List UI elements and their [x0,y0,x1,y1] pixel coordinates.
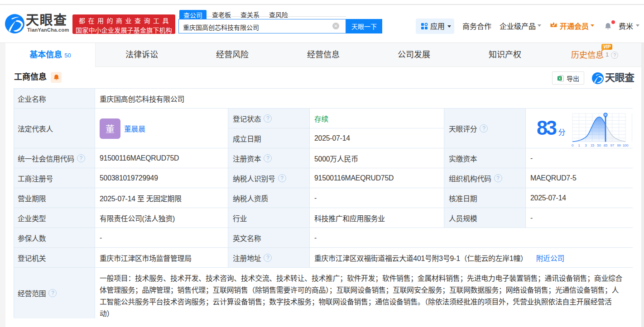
svg-text:0: 0 [572,143,574,147]
svg-text:3: 3 [585,143,587,147]
svg-text:1: 1 [578,143,580,147]
svg-text:97: 97 [610,143,615,147]
svg-text:50: 50 [597,143,601,147]
svg-text:X: X [558,76,561,81]
svg-text:85: 85 [604,143,608,147]
svg-text:100: 100 [623,143,629,147]
svg-text:99: 99 [617,143,621,147]
svg-text:15: 15 [591,143,595,147]
